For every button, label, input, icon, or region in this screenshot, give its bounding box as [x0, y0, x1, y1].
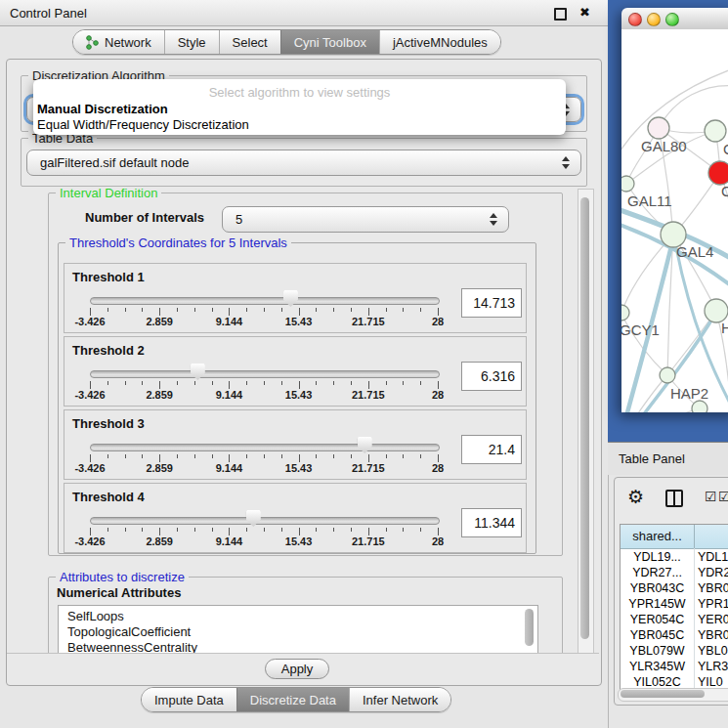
float-window-icon[interactable]	[554, 8, 567, 21]
gear-icon[interactable]: ⚙	[627, 486, 644, 508]
tick-label: -3.426	[74, 389, 105, 401]
tab-style-label: Style	[178, 35, 206, 50]
apply-button[interactable]: Apply	[265, 659, 329, 679]
network-node-c[interactable]	[708, 161, 728, 185]
combo-stepper-icon	[490, 213, 497, 226]
tab-cyni-toolbox[interactable]: Cyni Toolbox	[280, 30, 379, 54]
network-node-ga[interactable]	[705, 120, 726, 142]
network-window-titlebar[interactable]	[621, 8, 728, 30]
tick-mark	[403, 528, 404, 532]
checkbox-icon[interactable]: ☑	[718, 489, 728, 504]
dropdown-item-equal-width-frequency-discretization[interactable]: Equal Width/Frequency Discretization	[37, 117, 249, 132]
numerical-attributes-list[interactable]: SelfLoopsTopologicalCoefficientBetweenne…	[58, 605, 538, 653]
tick-mark	[90, 528, 91, 535]
table-row[interactable]: YBR045CYBR0	[621, 627, 728, 643]
table-cell: YDR27...	[621, 565, 694, 580]
threshold-value-field[interactable]: 11.344	[461, 508, 522, 537]
table-cell: YBR045C	[621, 627, 694, 643]
tick-mark	[368, 528, 369, 535]
table-row[interactable]: YBR043CYBR0	[621, 580, 728, 596]
network-icon	[86, 35, 99, 50]
threshold-value-field[interactable]: 21.4	[461, 435, 522, 464]
node-label: GAL4	[676, 243, 713, 260]
table-row[interactable]: YDL19...YDL1	[621, 549, 728, 565]
threshold-slider-track[interactable]	[90, 517, 440, 525]
table-cell: YBR043C	[621, 580, 694, 596]
tick-mark	[212, 454, 213, 458]
column-header-1[interactable]: shared...	[621, 525, 695, 549]
threshold-4-block: Threshold 4-3.4262.8599.14415.4321.71528…	[64, 483, 527, 553]
network-node-hap2[interactable]	[660, 367, 675, 383]
settings-scrollbar[interactable]	[578, 189, 594, 654]
threshold-slider-track[interactable]	[90, 370, 440, 378]
tab-infer-network[interactable]: Infer Network	[349, 688, 450, 711]
tick-mark	[229, 381, 230, 389]
table-data-value: galFiltered.sif default node	[27, 155, 189, 170]
table-row[interactable]: YBL079WYBL0	[621, 643, 728, 659]
tick-mark	[246, 454, 247, 458]
close-button[interactable]	[628, 13, 642, 26]
tab-jactivemnodules[interactable]: jActiveMNodules	[379, 30, 500, 54]
tick-mark	[246, 381, 247, 385]
attribute-item-selfloops[interactable]: SelfLoops	[67, 609, 537, 624]
tick-mark	[194, 528, 195, 532]
slider-ticks	[90, 454, 439, 463]
tick-mark	[159, 528, 160, 535]
column-header-2[interactable]: n...	[695, 525, 728, 549]
tab-style[interactable]: Style	[164, 30, 219, 54]
table-hscrollbar[interactable]	[618, 688, 728, 702]
tick-mark	[125, 381, 126, 385]
checkbox-icon[interactable]: ☑	[705, 489, 717, 504]
minimize-button[interactable]	[647, 13, 661, 26]
network-node-gal80[interactable]	[648, 117, 669, 139]
tick-mark	[229, 528, 230, 535]
num-intervals-combobox[interactable]: 5	[222, 206, 509, 233]
table-cell: YBL079W	[621, 643, 694, 659]
table-panel-title: Table Panel	[619, 451, 685, 466]
tick-mark	[386, 454, 387, 458]
tick-mark	[264, 454, 265, 458]
tab-discretize-data-label: Discretize Data	[250, 693, 336, 707]
table-row[interactable]: YPR145WYPR1	[621, 596, 728, 612]
threshold-slider-track[interactable]	[90, 297, 440, 305]
slider-ticks	[90, 308, 439, 317]
node-label: C	[721, 183, 728, 199]
tab-impute-data[interactable]: Impute Data	[142, 688, 236, 711]
attribute-item-topologicalcoefficient[interactable]: TopologicalCoefficient	[67, 624, 537, 640]
table-row[interactable]: YLR345WYLR3	[621, 659, 728, 674]
tick-mark	[368, 308, 369, 316]
dropdown-item-manual-discretization[interactable]: Manual Discretization	[37, 102, 168, 116]
network-node-gal11[interactable]	[621, 176, 634, 192]
network-view[interactable]: GAL80GACGAL11GAL4GCY1HHAP2	[621, 29, 728, 412]
tab-network[interactable]: Network	[73, 30, 164, 54]
table-cell: YER054C	[621, 612, 694, 627]
close-icon[interactable]: ✖	[579, 5, 590, 20]
tab-discretize-data[interactable]: Discretize Data	[236, 688, 349, 711]
tick-mark	[386, 381, 387, 385]
table-panel: ⚙ ☑ ☑ shared...n... YDL19...YDL1YDR27...…	[614, 477, 728, 706]
tab-jactivemnodules-label: jActiveMNodules	[393, 35, 488, 50]
tab-select[interactable]: Select	[219, 30, 280, 54]
tick-mark	[368, 381, 369, 389]
zoom-button[interactable]	[665, 13, 679, 26]
table-row[interactable]: YDR27...YDR2	[621, 565, 728, 580]
tick-mark	[403, 308, 404, 312]
panel-title: Control Panel	[10, 6, 87, 21]
table-data-combobox[interactable]: galFiltered.sif default node	[26, 150, 581, 176]
tick-mark	[177, 381, 178, 385]
attributes-group-title: Attributes to discretize	[56, 570, 189, 584]
tab-select-label: Select	[233, 35, 268, 50]
tick-mark	[333, 454, 334, 458]
network-node[interactable]	[692, 401, 707, 412]
tick-mark	[438, 308, 439, 316]
attribute-item-betweennesscentrality[interactable]: BetweennessCentrality	[67, 640, 537, 653]
table-row[interactable]: YER054CYER0	[621, 612, 728, 627]
threshold-slider-track[interactable]	[90, 444, 440, 451]
column-layout-icon[interactable]	[665, 490, 683, 507]
threshold-value-field[interactable]: 14.713	[461, 288, 522, 318]
slider-ticks	[90, 528, 439, 536]
attributes-scrollbar[interactable]	[524, 607, 535, 652]
threshold-value-field[interactable]: 6.316	[461, 362, 522, 391]
combo-stepper-icon	[562, 156, 570, 169]
network-node-gcy1[interactable]	[621, 305, 629, 321]
